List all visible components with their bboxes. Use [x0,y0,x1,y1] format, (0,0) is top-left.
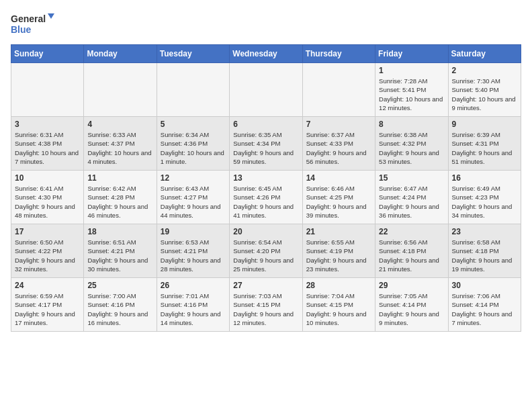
day-number: 5 [161,120,226,129]
day-info: Sunrise: 6:59 AM Sunset: 4:17 PM Dayligh… [15,291,80,327]
day-info: Sunrise: 6:54 AM Sunset: 4:20 PM Dayligh… [233,238,298,273]
calendar-week-3: 10Sunrise: 6:41 AM Sunset: 4:30 PM Dayli… [11,171,521,224]
day-number: 23 [452,227,517,236]
svg-text:General: General [11,13,46,24]
calendar-cell: 10Sunrise: 6:41 AM Sunset: 4:30 PM Dayli… [11,171,84,224]
calendar-table: SundayMondayTuesdayWednesdayThursdayFrid… [11,44,521,332]
day-info: Sunrise: 6:47 AM Sunset: 4:24 PM Dayligh… [379,184,444,220]
day-info: Sunrise: 7:04 AM Sunset: 4:15 PM Dayligh… [306,291,371,327]
day-number: 11 [87,173,152,183]
day-number: 18 [87,227,152,236]
calendar-cell: 8Sunrise: 6:38 AM Sunset: 4:32 PM Daylig… [375,117,448,171]
day-header-wednesday: Wednesday [230,45,302,63]
calendar-cell: 27Sunrise: 7:03 AM Sunset: 4:15 PM Dayli… [230,278,302,332]
calendar-cell: 24Sunrise: 6:59 AM Sunset: 4:17 PM Dayli… [11,278,84,332]
day-number: 8 [379,120,444,129]
calendar-cell: 1Sunrise: 7:28 AM Sunset: 5:41 PM Daylig… [375,63,448,117]
day-number: 2 [452,66,517,75]
calendar-cell: 7Sunrise: 6:37 AM Sunset: 4:33 PM Daylig… [302,117,375,171]
day-info: Sunrise: 6:45 AM Sunset: 4:26 PM Dayligh… [233,184,298,220]
day-info: Sunrise: 6:53 AM Sunset: 4:21 PM Dayligh… [161,238,226,273]
day-info: Sunrise: 6:39 AM Sunset: 4:31 PM Dayligh… [452,130,517,166]
day-info: Sunrise: 6:43 AM Sunset: 4:27 PM Dayligh… [161,184,226,220]
calendar-cell: 20Sunrise: 6:54 AM Sunset: 4:20 PM Dayli… [230,224,302,278]
day-number: 14 [306,173,371,183]
day-number: 29 [379,281,444,290]
calendar-cell: 13Sunrise: 6:45 AM Sunset: 4:26 PM Dayli… [230,171,302,224]
day-header-saturday: Saturday [448,45,521,63]
calendar-week-5: 24Sunrise: 6:59 AM Sunset: 4:17 PM Dayli… [11,278,521,332]
day-info: Sunrise: 6:41 AM Sunset: 4:30 PM Dayligh… [15,184,80,220]
calendar-cell [11,63,84,117]
day-number: 22 [379,227,444,236]
day-header-monday: Monday [84,45,157,63]
day-number: 15 [379,173,444,183]
calendar-cell: 11Sunrise: 6:42 AM Sunset: 4:28 PM Dayli… [84,171,157,224]
day-info: Sunrise: 7:01 AM Sunset: 4:16 PM Dayligh… [161,291,226,327]
day-number: 26 [161,281,226,290]
day-info: Sunrise: 6:42 AM Sunset: 4:28 PM Dayligh… [87,184,152,220]
calendar-cell: 29Sunrise: 7:05 AM Sunset: 4:14 PM Dayli… [375,278,448,332]
calendar-cell: 9Sunrise: 6:39 AM Sunset: 4:31 PM Daylig… [448,117,521,171]
day-info: Sunrise: 6:34 AM Sunset: 4:36 PM Dayligh… [161,130,226,166]
day-header-friday: Friday [375,45,448,63]
day-number: 17 [15,227,80,236]
day-info: Sunrise: 6:37 AM Sunset: 4:33 PM Dayligh… [306,130,371,166]
page-header: General Blue [11,11,521,38]
day-number: 19 [161,227,226,236]
calendar-cell: 21Sunrise: 6:55 AM Sunset: 4:19 PM Dayli… [302,224,375,278]
calendar-cell: 25Sunrise: 7:00 AM Sunset: 4:16 PM Dayli… [84,278,157,332]
day-header-thursday: Thursday [302,45,375,63]
svg-marker-2 [48,13,54,19]
calendar-cell: 19Sunrise: 6:53 AM Sunset: 4:21 PM Dayli… [157,224,229,278]
calendar-cell: 22Sunrise: 6:56 AM Sunset: 4:18 PM Dayli… [375,224,448,278]
day-number: 1 [379,66,444,75]
calendar-cell: 30Sunrise: 7:06 AM Sunset: 4:14 PM Dayli… [448,278,521,332]
calendar-cell [157,63,229,117]
calendar-cell: 3Sunrise: 6:31 AM Sunset: 4:38 PM Daylig… [11,117,84,171]
day-number: 21 [306,227,371,236]
calendar-cell: 18Sunrise: 6:51 AM Sunset: 4:21 PM Dayli… [84,224,157,278]
day-number: 9 [452,120,517,129]
calendar-cell: 5Sunrise: 6:34 AM Sunset: 4:36 PM Daylig… [157,117,229,171]
calendar-cell [230,63,302,117]
day-info: Sunrise: 6:49 AM Sunset: 4:23 PM Dayligh… [452,184,517,220]
logo-svg: General Blue [11,11,58,38]
calendar-cell: 17Sunrise: 6:50 AM Sunset: 4:22 PM Dayli… [11,224,84,278]
calendar-header-row: SundayMondayTuesdayWednesdayThursdayFrid… [11,45,521,63]
day-number: 25 [87,281,152,290]
day-info: Sunrise: 7:30 AM Sunset: 5:40 PM Dayligh… [452,77,517,112]
day-info: Sunrise: 6:46 AM Sunset: 4:25 PM Dayligh… [306,184,371,220]
svg-text:Blue: Blue [11,24,32,35]
day-info: Sunrise: 6:56 AM Sunset: 4:18 PM Dayligh… [379,238,444,273]
calendar-cell: 12Sunrise: 6:43 AM Sunset: 4:27 PM Dayli… [157,171,229,224]
day-info: Sunrise: 6:38 AM Sunset: 4:32 PM Dayligh… [379,130,444,166]
day-number: 13 [233,173,298,183]
calendar-cell [84,63,157,117]
calendar-cell: 16Sunrise: 6:49 AM Sunset: 4:23 PM Dayli… [448,171,521,224]
day-info: Sunrise: 7:00 AM Sunset: 4:16 PM Dayligh… [87,291,152,327]
day-info: Sunrise: 7:05 AM Sunset: 4:14 PM Dayligh… [379,291,444,327]
calendar-cell: 28Sunrise: 7:04 AM Sunset: 4:15 PM Dayli… [302,278,375,332]
day-number: 27 [233,281,298,290]
day-info: Sunrise: 7:28 AM Sunset: 5:41 PM Dayligh… [379,77,444,112]
day-number: 30 [452,281,517,290]
day-info: Sunrise: 6:33 AM Sunset: 4:37 PM Dayligh… [87,130,152,166]
calendar-cell: 4Sunrise: 6:33 AM Sunset: 4:37 PM Daylig… [84,117,157,171]
day-number: 28 [306,281,371,290]
calendar-week-2: 3Sunrise: 6:31 AM Sunset: 4:38 PM Daylig… [11,117,521,171]
day-number: 4 [87,120,152,129]
logo: General Blue [11,11,58,38]
day-number: 3 [15,120,80,129]
day-info: Sunrise: 7:03 AM Sunset: 4:15 PM Dayligh… [233,291,298,327]
day-number: 24 [15,281,80,290]
calendar-cell: 2Sunrise: 7:30 AM Sunset: 5:40 PM Daylig… [448,63,521,117]
day-info: Sunrise: 6:51 AM Sunset: 4:21 PM Dayligh… [87,238,152,273]
day-header-sunday: Sunday [11,45,84,63]
day-number: 7 [306,120,371,129]
calendar-cell [302,63,375,117]
day-number: 10 [15,173,80,183]
calendar-body: 1Sunrise: 7:28 AM Sunset: 5:41 PM Daylig… [11,63,521,332]
calendar-week-1: 1Sunrise: 7:28 AM Sunset: 5:41 PM Daylig… [11,63,521,117]
day-number: 16 [452,173,517,183]
